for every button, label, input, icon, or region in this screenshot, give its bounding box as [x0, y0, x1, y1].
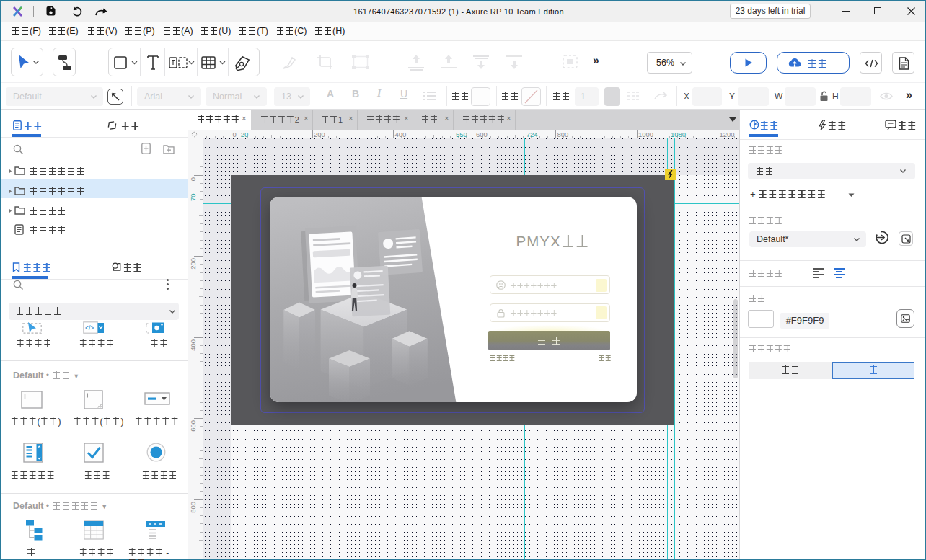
svg-text:</>: </>: [85, 324, 94, 332]
